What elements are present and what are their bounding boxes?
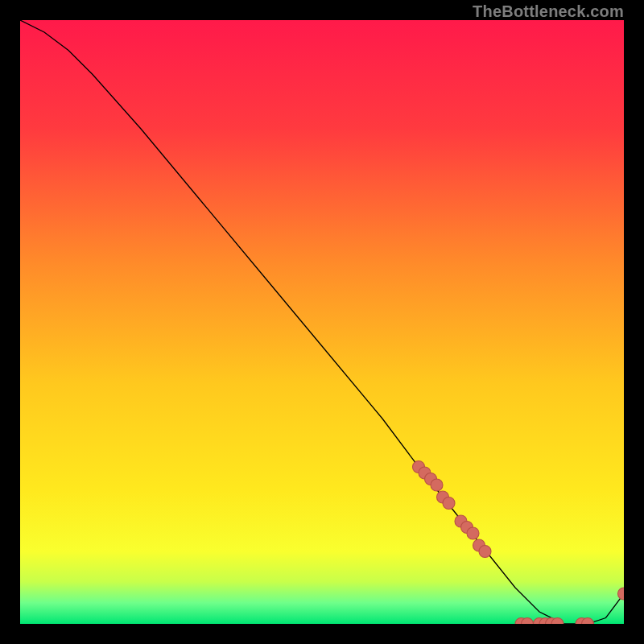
chart-stage: TheBottleneck.com bbox=[0, 0, 644, 644]
plot-area bbox=[20, 20, 624, 624]
data-marker bbox=[431, 479, 443, 491]
marker-group bbox=[413, 461, 625, 625]
bottleneck-curve bbox=[20, 20, 624, 624]
data-marker bbox=[443, 497, 455, 510]
data-marker bbox=[618, 588, 625, 600]
data-marker bbox=[479, 546, 491, 558]
curve-layer bbox=[20, 20, 624, 624]
watermark-text: TheBottleneck.com bbox=[473, 2, 624, 21]
data-marker bbox=[467, 527, 479, 539]
